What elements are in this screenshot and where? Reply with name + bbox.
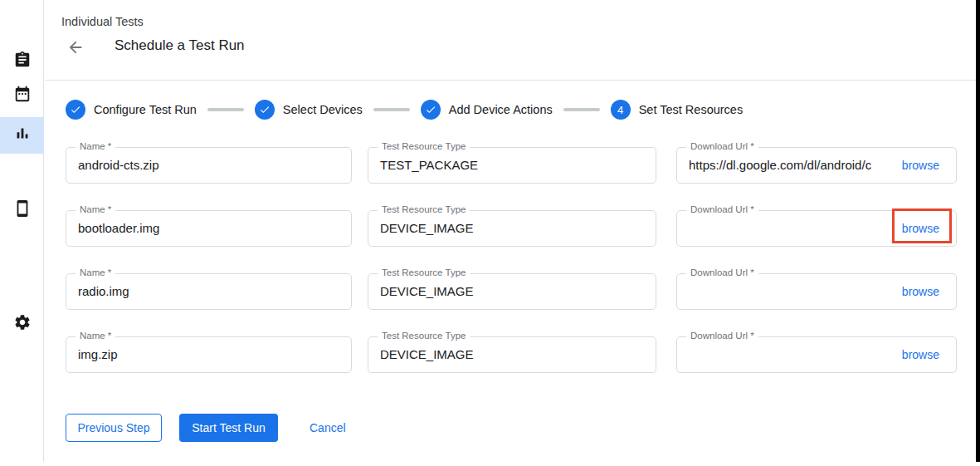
- name-field[interactable]: Name * bootloader.img: [66, 210, 352, 247]
- resource-type-value: DEVICE_IMAGE: [368, 211, 656, 246]
- page-title: Schedule a Test Run: [115, 37, 245, 54]
- step-label: Set Test Resources: [639, 103, 743, 116]
- step-connector: [207, 108, 244, 111]
- step-connector: [373, 108, 410, 111]
- calendar-icon: [13, 85, 32, 106]
- resource-type-field[interactable]: Test Resource Type DEVICE_IMAGE: [368, 273, 656, 310]
- step-connector: [563, 108, 600, 111]
- step-add-device-actions[interactable]: Add Device Actions: [421, 100, 553, 120]
- name-field-value: radio.img: [66, 274, 351, 309]
- browse-link[interactable]: browse: [902, 337, 939, 372]
- test-resources-form: Name * android-cts.zip Test Resource Typ…: [66, 147, 976, 373]
- main-content: Individual Tests Schedule a Test Run Con…: [45, 0, 976, 466]
- bar-chart-icon: [13, 125, 32, 146]
- page-header: Individual Tests Schedule a Test Run: [45, 0, 976, 81]
- cancel-button[interactable]: Cancel: [310, 414, 346, 442]
- name-field[interactable]: Name * android-cts.zip: [66, 147, 352, 184]
- name-field-value: android-cts.zip: [66, 148, 351, 183]
- download-url-field[interactable]: Download Url * browse: [676, 273, 957, 310]
- browse-link[interactable]: browse: [902, 274, 939, 309]
- download-url-label: Download Url *: [686, 204, 758, 214]
- step-number-badge: 4: [611, 100, 631, 120]
- resource-row: Name * img.zip Test Resource Type DEVICE…: [66, 336, 976, 373]
- resource-type-label: Test Resource Type: [378, 331, 470, 341]
- resource-type-field[interactable]: Test Resource Type DEVICE_IMAGE: [368, 336, 656, 373]
- resource-row: Name * bootloader.img Test Resource Type…: [66, 210, 976, 247]
- resource-row: Name * android-cts.zip Test Resource Typ…: [66, 147, 976, 184]
- download-url-field[interactable]: Download Url * browse: [676, 336, 957, 373]
- name-field-label: Name *: [76, 331, 115, 341]
- breadcrumb: Individual Tests: [61, 15, 144, 28]
- arrow-back-icon: [66, 45, 85, 59]
- app-window: Individual Tests Schedule a Test Run Con…: [0, 0, 980, 466]
- download-url-label: Download Url *: [686, 141, 758, 151]
- smartphone-icon: [13, 199, 32, 221]
- sidebar-item-tests[interactable]: [0, 43, 44, 80]
- step-complete-icon: [66, 100, 85, 120]
- name-field-label: Name *: [76, 204, 115, 214]
- resource-type-field[interactable]: Test Resource Type TEST_PACKAGE: [368, 147, 656, 184]
- resource-type-value: DEVICE_IMAGE: [368, 274, 656, 309]
- back-button[interactable]: [66, 38, 85, 56]
- resource-type-label: Test Resource Type: [378, 141, 470, 151]
- download-url-field[interactable]: Download Url * browse: [676, 210, 957, 247]
- stepper: Configure Test Run Select Devices Add De…: [66, 100, 976, 120]
- resource-type-value: TEST_PACKAGE: [368, 148, 656, 183]
- sidebar: [0, 0, 44, 462]
- previous-step-button[interactable]: Previous Step: [66, 414, 162, 442]
- name-field[interactable]: Name * radio.img: [66, 273, 352, 310]
- resource-type-value: DEVICE_IMAGE: [368, 337, 656, 372]
- step-label: Select Devices: [283, 103, 363, 116]
- sidebar-item-settings[interactable]: [0, 306, 44, 342]
- step-label: Add Device Actions: [449, 103, 553, 116]
- name-field-label: Name *: [76, 141, 115, 151]
- name-field[interactable]: Name * img.zip: [66, 336, 352, 373]
- step-complete-icon: [421, 100, 441, 120]
- screen-right-edge: [976, 0, 980, 462]
- name-field-value: bootloader.img: [66, 211, 351, 246]
- browse-link[interactable]: browse: [902, 211, 939, 246]
- download-url-label: Download Url *: [686, 331, 758, 341]
- resource-type-field[interactable]: Test Resource Type DEVICE_IMAGE: [368, 210, 656, 247]
- step-configure-test-run[interactable]: Configure Test Run: [66, 100, 197, 120]
- step-label: Configure Test Run: [94, 103, 197, 116]
- step-select-devices[interactable]: Select Devices: [255, 100, 363, 120]
- gear-icon: [13, 313, 32, 335]
- action-bar: Previous Step Start Test Run Cancel: [66, 414, 976, 442]
- step-set-test-resources[interactable]: 4 Set Test Resources: [611, 100, 743, 120]
- resource-type-label: Test Resource Type: [378, 267, 470, 277]
- step-complete-icon: [255, 100, 275, 120]
- browse-link[interactable]: browse: [902, 148, 939, 183]
- download-url-label: Download Url *: [686, 267, 758, 277]
- clipboard-icon: [13, 51, 32, 72]
- sidebar-item-test-plans[interactable]: [0, 77, 44, 114]
- start-test-run-button[interactable]: Start Test Run: [179, 414, 278, 442]
- sidebar-item-test-runs[interactable]: [0, 117, 44, 154]
- sidebar-item-devices[interactable]: [0, 192, 44, 228]
- download-url-field[interactable]: Download Url * https://dl.google.com/dl/…: [676, 147, 957, 184]
- name-field-label: Name *: [76, 267, 115, 277]
- download-url-value: https://dl.google.com/dl/android/c: [677, 148, 893, 183]
- resource-type-label: Test Resource Type: [378, 204, 470, 214]
- resource-row: Name * radio.img Test Resource Type DEVI…: [66, 273, 976, 310]
- name-field-value: img.zip: [66, 337, 351, 372]
